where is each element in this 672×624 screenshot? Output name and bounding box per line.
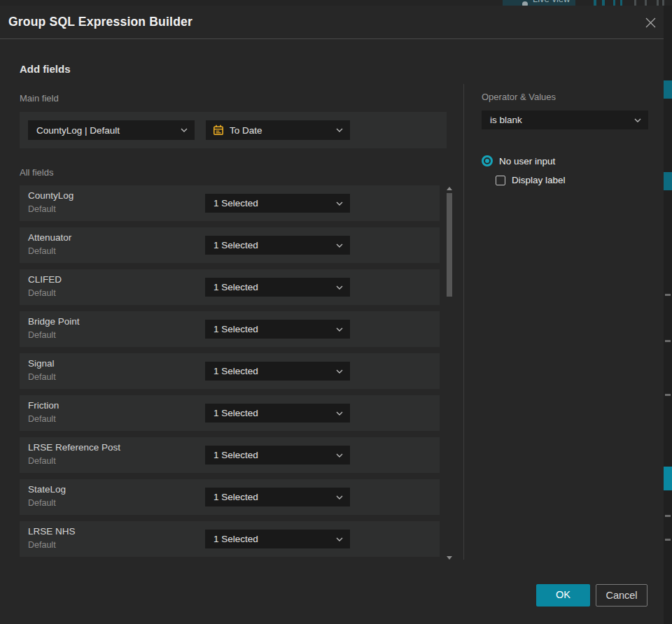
field-selected-dropdown[interactable]: 1 Selected <box>205 362 350 381</box>
main-field-type-select[interactable]: To Date <box>206 120 350 140</box>
main-field-select[interactable]: CountyLog | Default <box>28 120 195 140</box>
backdrop-sidebar-fragment <box>664 80 672 99</box>
scrollbar-down-arrow[interactable] <box>447 556 452 560</box>
chevron-down-icon <box>336 285 343 290</box>
field-selected-value: 1 Selected <box>214 240 258 250</box>
field-selected-value: 1 Selected <box>214 534 258 544</box>
chevron-down-icon <box>336 453 343 458</box>
add-fields-title: Add fields <box>20 63 71 75</box>
field-name: CountyLog <box>28 190 74 201</box>
chevron-down-icon <box>336 411 343 416</box>
scrollbar-up-arrow[interactable] <box>447 187 452 190</box>
backdrop-sidebar-fragment <box>665 340 671 342</box>
chevron-down-icon <box>634 118 641 122</box>
field-subtitle: Default <box>28 372 56 382</box>
field-list-item: CLIFED Default 1 Selected <box>20 269 440 305</box>
backdrop-top-toolbar: Live view <box>0 0 672 6</box>
main-field-label: Main field <box>20 93 59 104</box>
backdrop-toolbar-fragment <box>613 0 615 6</box>
field-selected-value: 1 Selected <box>214 492 258 502</box>
field-name: LRSE Reference Post <box>28 442 120 453</box>
display-label-label: Display label <box>512 175 566 185</box>
close-button[interactable] <box>643 15 658 30</box>
live-view-toggle: Live view <box>503 0 575 6</box>
backdrop-toolbar-fragment <box>662 0 664 6</box>
backdrop-sidebar-fragment <box>665 515 671 517</box>
field-list-item: Bridge Point Default 1 Selected <box>20 311 440 347</box>
backdrop-sidebar-fragment <box>665 394 671 396</box>
field-list-item: Attenuator Default 1 Selected <box>20 227 440 263</box>
dialog-title: Group SQL Expression Builder <box>8 6 192 38</box>
field-name: Signal <box>28 358 55 369</box>
cancel-button[interactable]: Cancel <box>596 584 648 607</box>
chevron-down-icon <box>336 201 343 206</box>
backdrop-sidebar-fragment <box>664 467 672 490</box>
checkbox-icon <box>496 176 505 185</box>
field-selected-dropdown[interactable]: 1 Selected <box>205 278 350 297</box>
field-list-item: Friction Default 1 Selected <box>20 395 440 431</box>
field-subtitle: Default <box>28 456 56 466</box>
calendar-icon <box>213 125 224 136</box>
field-selected-dropdown[interactable]: 1 Selected <box>205 194 350 213</box>
field-selected-value: 1 Selected <box>214 408 258 418</box>
field-name: LRSE NHS <box>28 526 76 537</box>
field-name: Friction <box>28 400 59 411</box>
dialog-header: Group SQL Expression Builder <box>0 6 664 38</box>
scrollbar-thumb[interactable] <box>447 193 452 297</box>
main-field-type-value: To Date <box>230 125 262 136</box>
field-selected-dropdown[interactable]: 1 Selected <box>205 488 350 506</box>
chevron-down-icon <box>181 128 188 132</box>
field-selected-dropdown[interactable]: 1 Selected <box>205 320 350 339</box>
backdrop-sidebar-fragment <box>665 539 671 541</box>
field-selected-dropdown[interactable]: 1 Selected <box>205 446 350 465</box>
sql-expression-builder-dialog: Group SQL Expression Builder Add fields … <box>0 6 664 624</box>
live-view-label: Live view <box>533 0 570 4</box>
field-selected-value: 1 Selected <box>214 450 258 460</box>
chevron-down-icon <box>336 495 343 499</box>
field-selected-dropdown[interactable]: 1 Selected <box>205 236 350 255</box>
panel-divider <box>463 84 464 560</box>
field-list-item: StateLog Default 1 Selected <box>20 479 440 515</box>
operator-values-label: Operator & Values <box>482 92 556 102</box>
backdrop-toolbar-fragment <box>634 0 636 6</box>
field-subtitle: Default <box>28 204 56 214</box>
field-subtitle: Default <box>28 288 56 298</box>
field-subtitle: Default <box>28 246 56 256</box>
field-list-item: CountyLog Default 1 Selected <box>20 185 440 221</box>
field-name: StateLog <box>28 484 66 495</box>
field-list-item: Signal Default 1 Selected <box>20 353 440 389</box>
operator-select[interactable]: is blank <box>482 111 648 129</box>
chevron-down-icon <box>336 243 343 248</box>
main-field-select-value: CountyLog | Default <box>36 125 120 136</box>
field-selected-value: 1 Selected <box>214 282 258 292</box>
operator-select-value: is blank <box>490 115 522 125</box>
field-subtitle: Default <box>28 498 56 508</box>
field-subtitle: Default <box>28 330 56 340</box>
chevron-down-icon <box>336 369 343 374</box>
no-user-input-radio[interactable]: No user input <box>482 155 555 166</box>
radio-icon <box>482 155 493 166</box>
all-fields-label: All fields <box>20 167 53 178</box>
backdrop-sidebar-fragment <box>665 294 671 296</box>
display-label-checkbox[interactable]: Display label <box>496 175 566 185</box>
backdrop-right-sidebar <box>664 6 672 624</box>
backdrop-toolbar-fragment <box>645 0 647 6</box>
field-list-item: LRSE NHS Default 1 Selected <box>20 521 440 557</box>
ok-button[interactable]: OK <box>536 584 590 607</box>
backdrop-toolbar-fragment <box>657 0 659 6</box>
backdrop-toolbar-fragment <box>620 0 622 6</box>
field-subtitle: Default <box>28 414 56 424</box>
field-subtitle: Default <box>28 540 56 550</box>
field-selected-dropdown[interactable]: 1 Selected <box>205 530 350 548</box>
backdrop-toolbar-fragment <box>594 0 596 6</box>
chevron-down-icon <box>336 327 343 332</box>
field-name: Attenuator <box>28 232 71 243</box>
close-icon <box>645 17 656 28</box>
backdrop-sidebar-fragment <box>664 172 672 190</box>
field-selected-dropdown[interactable]: 1 Selected <box>205 404 350 423</box>
field-name: CLIFED <box>28 274 62 285</box>
header-divider <box>0 38 664 39</box>
field-name: Bridge Point <box>28 316 80 327</box>
main-field-row: CountyLog | Default To Date <box>20 112 447 148</box>
no-user-input-label: No user input <box>499 156 555 166</box>
